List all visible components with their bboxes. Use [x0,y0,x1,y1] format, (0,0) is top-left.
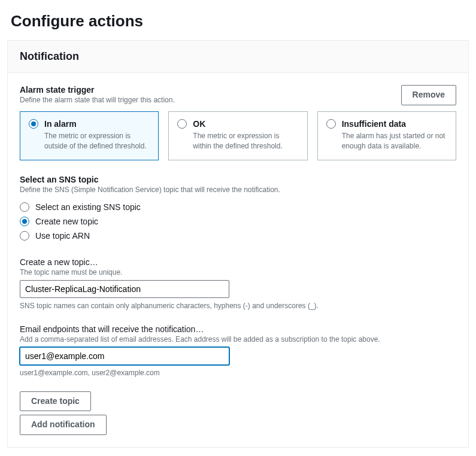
sns-option-create-new[interactable]: Create new topic [20,214,456,229]
radio-icon [20,202,29,212]
alarm-state-option-in-alarm[interactable]: In alarm The metric or expression is out… [20,111,159,160]
new-topic-footnote: SNS topic names can contain only alphanu… [20,302,456,310]
card-desc: The metric or expression is within the d… [193,131,298,151]
remove-button[interactable]: Remove [401,85,456,105]
card-desc: The alarm has just started or not enough… [342,131,447,151]
new-topic-help: The topic name must be unique. [20,268,456,276]
sns-option-use-arn[interactable]: Use topic ARN [20,229,456,243]
notification-heading: Notification [20,50,456,63]
sns-option-existing[interactable]: Select an existing SNS topic [20,200,456,214]
radio-label: Create new topic [35,217,98,226]
radio-label: Select an existing SNS topic [35,202,141,212]
card-title: In alarm [44,119,77,129]
email-help: Add a comma-separated list of email addr… [20,335,456,343]
panel-header: Notification [8,41,468,73]
radio-icon [177,119,187,129]
card-title: OK [193,119,205,129]
email-footnote: user1@example.com, user2@example.com [20,369,456,377]
radio-icon [20,231,29,241]
alarm-state-title: Alarm state trigger [20,85,175,95]
new-topic-input[interactable] [20,280,229,298]
card-title: Insufficient data [342,119,406,129]
card-desc: The metric or expression is outside of t… [44,131,150,151]
radio-icon [29,119,38,129]
radio-icon [326,119,336,129]
sns-desc: Define the SNS (Simple Notification Serv… [20,186,456,194]
page-title: Configure actions [11,12,469,31]
alarm-state-option-ok[interactable]: OK The metric or expression is within th… [168,111,307,160]
alarm-state-desc: Define the alarm state that will trigger… [20,96,175,104]
sns-title: Select an SNS topic [20,175,456,184]
new-topic-label: Create a new topic… [20,257,456,267]
radio-icon [20,217,29,226]
email-input[interactable] [20,347,229,365]
alarm-state-option-insufficient-data[interactable]: Insufficient data The alarm has just sta… [317,111,456,160]
radio-label: Use topic ARN [35,231,90,241]
create-topic-button[interactable]: Create topic [20,391,91,412]
email-label: Email endpoints that will receive the no… [20,324,456,334]
notification-panel: Notification Alarm state trigger Define … [7,40,469,448]
add-notification-button[interactable]: Add notification [20,415,107,435]
